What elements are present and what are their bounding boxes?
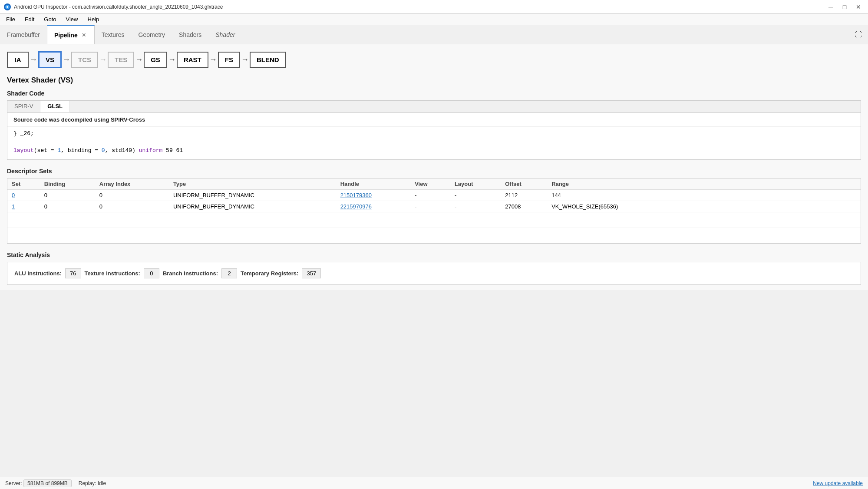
offset-0: 2112 (501, 189, 547, 201)
code-body[interactable]: } _26; layout(set = 1, binding = 0, std1… (7, 127, 861, 159)
tab-geometry[interactable]: Geometry (132, 25, 172, 44)
pipeline-node-tes[interactable]: TES (108, 52, 134, 68)
temp-reg-label: Temporary Registers: (241, 270, 298, 277)
server-label: Server: 581MB of 899MB (5, 480, 72, 486)
col-type: Type (169, 178, 336, 190)
arrow-7: → (240, 55, 250, 64)
view-1: - (410, 201, 450, 212)
texture-value: 0 (144, 268, 159, 278)
set-link-1[interactable]: 1 (12, 203, 15, 210)
pipeline-node-ia[interactable]: IA (7, 52, 29, 68)
tab-pipeline[interactable]: Pipeline ✕ (47, 25, 95, 44)
layout-0: - (450, 189, 501, 201)
handle-link-0[interactable]: 2150179360 (340, 192, 372, 198)
tab-shader[interactable]: Shader (208, 25, 242, 44)
static-analysis-label: Static Analysis (7, 251, 861, 258)
table-row-empty (7, 228, 861, 243)
view-0: - (410, 189, 450, 201)
arrow-5: → (167, 55, 177, 64)
col-set: Set (7, 178, 40, 190)
expand-icon: ⛶ (855, 31, 862, 39)
menu-help[interactable]: Help (83, 15, 104, 24)
app-icon (3, 3, 11, 11)
code-line-1: } _26; (13, 129, 855, 138)
pipeline-node-gs[interactable]: GS (144, 52, 167, 68)
tab-framebuffer[interactable]: Framebuffer (0, 25, 47, 44)
pipeline-node-tcs[interactable]: TCS (71, 52, 98, 68)
maximize-button[interactable]: □ (838, 3, 851, 11)
layout-1: - (450, 201, 501, 212)
tab-bar: Framebuffer Pipeline ✕ Textures Geometry… (0, 25, 868, 44)
tab-spirv[interactable]: SPIR-V (7, 101, 40, 112)
code-decompile-note: Source code was decompiled using SPIRV-C… (7, 113, 861, 127)
status-bar: Server: 581MB of 899MB Replay: Idle New … (0, 477, 868, 489)
menu-file[interactable]: File (2, 15, 20, 24)
array-index-0: 0 (95, 189, 169, 201)
menu-view[interactable]: View (62, 15, 83, 24)
col-handle: Handle (336, 178, 411, 190)
binding-0: 0 (40, 189, 95, 201)
col-binding: Binding (40, 178, 95, 190)
table-row-empty (7, 212, 861, 228)
tab-glsl[interactable]: GLSL (40, 101, 70, 112)
status-left: Server: 581MB of 899MB Replay: Idle (5, 480, 106, 486)
pipeline-node-blend[interactable]: BLEND (250, 52, 286, 68)
col-view: View (410, 178, 450, 190)
code-line-2 (13, 138, 855, 147)
svg-point-2 (7, 6, 8, 8)
arrow-4: → (134, 55, 144, 64)
window-controls: ─ □ ✕ (825, 3, 865, 11)
alu-value: 76 (65, 268, 81, 278)
tab-shaders[interactable]: Shaders (172, 25, 208, 44)
update-link[interactable]: New update available (813, 480, 863, 486)
shader-code-section: SPIR-V GLSL Source code was decompiled u… (7, 100, 861, 160)
close-button[interactable]: ✕ (852, 3, 865, 11)
col-array-index: Array Index (95, 178, 169, 190)
code-tabs: SPIR-V GLSL (7, 101, 861, 113)
branch-label: Branch Instructions: (163, 270, 218, 277)
arrow-6: → (208, 55, 218, 64)
app-title: Android GPU Inspector - com.activision.c… (14, 4, 223, 10)
col-range: Range (547, 178, 687, 190)
tab-pipeline-close[interactable]: ✕ (80, 32, 87, 39)
descriptor-sets-label: Descriptor Sets (7, 168, 861, 175)
server-value: 581MB of 899MB (23, 479, 72, 487)
table-row: 1 0 0 UNIFORM_BUFFER_DYNAMIC 2215970976 … (7, 201, 861, 212)
col-offset: Offset (501, 178, 547, 190)
code-line-3: layout(set = 1, binding = 0, std140) uni… (13, 146, 855, 155)
pipeline-node-rast[interactable]: RAST (177, 52, 208, 68)
pipeline-diagram: IA → VS → TCS → TES → GS → RAST → FS → B… (7, 51, 861, 68)
handle-link-1[interactable]: 2215970976 (340, 203, 372, 210)
set-link-0[interactable]: 0 (12, 192, 15, 198)
range-1: VK_WHOLE_SIZE(65536) (547, 201, 687, 212)
menu-goto[interactable]: Goto (40, 15, 60, 24)
range-0: 144 (547, 189, 687, 201)
type-0: UNIFORM_BUFFER_DYNAMIC (169, 189, 336, 201)
arrow-3: → (98, 55, 108, 64)
minimize-button[interactable]: ─ (825, 3, 837, 11)
alu-label: ALU Instructions: (14, 270, 62, 277)
tab-expand-button[interactable]: ⛶ (849, 25, 868, 44)
table-row: 0 0 0 UNIFORM_BUFFER_DYNAMIC 2150179360 … (7, 189, 861, 201)
arrow-1: → (29, 55, 38, 64)
col-layout: Layout (450, 178, 501, 190)
vertex-shader-title: Vertex Shader (VS) (7, 76, 861, 85)
static-analysis-section: ALU Instructions: 76 Texture Instruction… (7, 262, 861, 285)
main-content: IA → VS → TCS → TES → GS → RAST → FS → B… (0, 44, 868, 290)
title-bar: Android GPU Inspector - com.activision.c… (0, 0, 868, 14)
texture-label: Texture Instructions: (85, 270, 140, 277)
replay-status: Replay: Idle (79, 480, 106, 486)
shader-code-label: Shader Code (7, 90, 861, 97)
branch-value: 2 (221, 268, 237, 278)
menu-edit[interactable]: Edit (20, 15, 39, 24)
pipeline-node-vs[interactable]: VS (38, 51, 62, 68)
tab-textures[interactable]: Textures (95, 25, 132, 44)
temp-reg-value: 357 (302, 268, 321, 278)
arrow-2: → (62, 55, 71, 64)
type-1: UNIFORM_BUFFER_DYNAMIC (169, 201, 336, 212)
descriptor-table: Set Binding Array Index Type Handle View… (7, 178, 861, 244)
descriptor-sets-section: Set Binding Array Index Type Handle View… (7, 178, 861, 244)
stat-row: ALU Instructions: 76 Texture Instruction… (14, 268, 854, 278)
pipeline-node-fs[interactable]: FS (218, 52, 240, 68)
binding-1: 0 (40, 201, 95, 212)
